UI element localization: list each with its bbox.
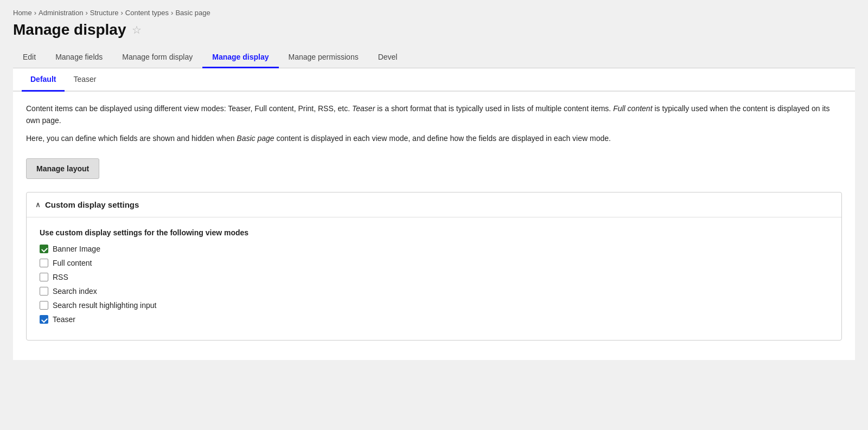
primary-tabs: Edit Manage fields Manage form display M…: [13, 47, 855, 68]
checkbox-teaser[interactable]: [40, 315, 48, 324]
favorite-star-icon[interactable]: ☆: [132, 23, 142, 36]
main-content: Content items can be displayed using dif…: [13, 92, 855, 360]
checkbox-row-teaser: Teaser: [40, 315, 828, 324]
label-full-content[interactable]: Full content: [53, 259, 92, 267]
tab-manage-fields[interactable]: Manage fields: [46, 47, 112, 68]
checkbox-search-result-highlighting[interactable]: [40, 301, 48, 310]
content-area: Default Teaser Content items can be disp…: [13, 68, 855, 360]
label-banner-image[interactable]: Banner Image: [53, 245, 100, 253]
tab-teaser[interactable]: Teaser: [65, 68, 105, 92]
checkbox-row-full-content: Full content: [40, 259, 828, 267]
label-search-index[interactable]: Search index: [53, 287, 97, 296]
custom-display-body: Use custom display settings for the foll…: [27, 217, 841, 340]
breadcrumb-administration[interactable]: Administration: [39, 9, 83, 17]
breadcrumb-sep-4: ›: [171, 9, 173, 17]
custom-display-header[interactable]: ∧ Custom display settings: [27, 192, 841, 217]
checkbox-row-search-result: Search result highlighting input: [40, 301, 828, 310]
tab-edit[interactable]: Edit: [13, 47, 46, 68]
label-teaser[interactable]: Teaser: [53, 315, 75, 324]
breadcrumb-content-types[interactable]: Content types: [125, 9, 169, 17]
checkbox-rss[interactable]: [40, 273, 48, 281]
page-title: Manage display: [13, 21, 126, 38]
description-para2: Here, you can define which fields are sh…: [26, 132, 842, 144]
custom-display-section: ∧ Custom display settings Use custom dis…: [26, 192, 842, 341]
view-modes-label: Use custom display settings for the foll…: [40, 228, 828, 237]
checkbox-row-search-index: Search index: [40, 287, 828, 296]
checkbox-row-rss: RSS: [40, 273, 828, 281]
secondary-tabs: Default Teaser: [13, 68, 855, 92]
breadcrumb-sep-3: ›: [121, 9, 123, 17]
breadcrumb-home[interactable]: Home: [13, 9, 32, 17]
manage-layout-button[interactable]: Manage layout: [26, 158, 99, 179]
breadcrumb-sep-2: ›: [85, 9, 87, 17]
chevron-up-icon: ∧: [35, 201, 41, 209]
label-search-result-highlighting[interactable]: Search result highlighting input: [53, 301, 156, 310]
checkbox-full-content[interactable]: [40, 259, 48, 267]
custom-display-title: Custom display settings: [45, 200, 139, 209]
checkbox-search-index[interactable]: [40, 287, 48, 296]
breadcrumb: Home › Administration › Structure › Cont…: [13, 9, 855, 17]
checkbox-row-banner-image: Banner Image: [40, 245, 828, 253]
tab-devel[interactable]: Devel: [368, 47, 407, 68]
breadcrumb-current: Basic page: [175, 9, 210, 17]
description-para1: Content items can be displayed using dif…: [26, 102, 842, 127]
tab-manage-display[interactable]: Manage display: [202, 47, 278, 68]
tab-default[interactable]: Default: [22, 68, 65, 92]
tab-manage-permissions[interactable]: Manage permissions: [279, 47, 368, 68]
checkbox-banner-image[interactable]: [40, 245, 48, 253]
page-wrapper: Home › Administration › Structure › Cont…: [0, 0, 868, 430]
tab-manage-form-display[interactable]: Manage form display: [112, 47, 202, 68]
label-rss[interactable]: RSS: [53, 273, 68, 281]
breadcrumb-sep-1: ›: [34, 9, 36, 17]
breadcrumb-structure[interactable]: Structure: [90, 9, 119, 17]
page-title-row: Manage display ☆: [13, 21, 855, 38]
